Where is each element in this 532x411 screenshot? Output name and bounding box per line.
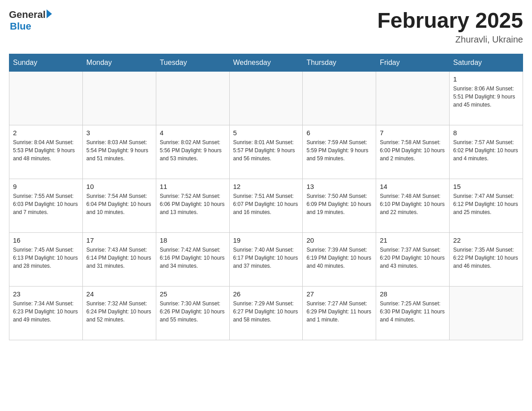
day-number: 7 (380, 129, 446, 137)
logo-arrow-icon (47, 9, 52, 18)
logo-general: General (9, 9, 46, 21)
calendar-cell: 24Sunrise: 7:32 AM Sunset: 6:24 PM Dayli… (82, 286, 156, 340)
day-number: 12 (233, 183, 299, 190)
day-number: 23 (13, 290, 79, 298)
day-number: 1 (453, 75, 519, 83)
calendar-cell (229, 71, 303, 125)
calendar-cell (9, 71, 83, 125)
calendar-cell: 11Sunrise: 7:52 AM Sunset: 6:06 PM Dayli… (156, 179, 229, 232)
calendar-cell: 16Sunrise: 7:45 AM Sunset: 6:13 PM Dayli… (9, 232, 83, 286)
calendar-cell: 15Sunrise: 7:47 AM Sunset: 6:12 PM Dayli… (450, 179, 523, 232)
calendar-cell: 2Sunrise: 8:04 AM Sunset: 5:53 PM Daylig… (9, 125, 83, 179)
day-info: Sunrise: 7:37 AM Sunset: 6:20 PM Dayligh… (380, 246, 446, 270)
calendar-cell: 7Sunrise: 7:58 AM Sunset: 6:00 PM Daylig… (376, 125, 450, 179)
day-info: Sunrise: 8:04 AM Sunset: 5:53 PM Dayligh… (13, 138, 79, 163)
day-number: 16 (13, 236, 79, 244)
day-info: Sunrise: 7:39 AM Sunset: 6:19 PM Dayligh… (306, 246, 372, 270)
calendar-cell: 5Sunrise: 8:01 AM Sunset: 5:57 PM Daylig… (229, 125, 303, 179)
calendar-week-1: 1Sunrise: 8:06 AM Sunset: 5:51 PM Daylig… (9, 71, 523, 125)
day-info: Sunrise: 7:54 AM Sunset: 6:04 PM Dayligh… (86, 192, 152, 216)
calendar-cell (156, 71, 229, 125)
weekday-header-sunday: Sunday (9, 54, 83, 71)
day-info: Sunrise: 7:32 AM Sunset: 6:24 PM Dayligh… (86, 300, 152, 324)
day-info: Sunrise: 8:02 AM Sunset: 5:56 PM Dayligh… (160, 138, 226, 163)
day-number: 22 (453, 236, 519, 244)
day-number: 4 (160, 129, 226, 137)
calendar-cell (450, 286, 523, 340)
day-number: 27 (306, 290, 372, 298)
calendar-cell: 9Sunrise: 7:55 AM Sunset: 6:03 PM Daylig… (9, 179, 83, 232)
day-info: Sunrise: 7:35 AM Sunset: 6:22 PM Dayligh… (453, 246, 519, 270)
day-info: Sunrise: 7:25 AM Sunset: 6:30 PM Dayligh… (380, 300, 446, 324)
day-info: Sunrise: 7:30 AM Sunset: 6:26 PM Dayligh… (160, 300, 226, 324)
calendar-table: SundayMondayTuesdayWednesdayThursdayFrid… (9, 54, 523, 340)
calendar-cell: 14Sunrise: 7:48 AM Sunset: 6:10 PM Dayli… (376, 179, 450, 232)
calendar-cell (376, 71, 450, 125)
calendar-cell: 12Sunrise: 7:51 AM Sunset: 6:07 PM Dayli… (229, 179, 303, 232)
day-number: 10 (86, 183, 152, 190)
day-info: Sunrise: 7:48 AM Sunset: 6:10 PM Dayligh… (380, 192, 446, 216)
day-info: Sunrise: 7:58 AM Sunset: 6:00 PM Dayligh… (380, 138, 446, 163)
calendar-title: February 2025 (377, 9, 523, 33)
day-number: 8 (453, 129, 519, 137)
day-number: 28 (380, 290, 446, 298)
day-info: Sunrise: 7:45 AM Sunset: 6:13 PM Dayligh… (13, 246, 79, 270)
logo: General Blue (9, 9, 52, 32)
day-number: 5 (233, 129, 299, 137)
calendar-cell: 21Sunrise: 7:37 AM Sunset: 6:20 PM Dayli… (376, 232, 450, 286)
day-info: Sunrise: 8:03 AM Sunset: 5:54 PM Dayligh… (86, 138, 152, 163)
day-info: Sunrise: 7:47 AM Sunset: 6:12 PM Dayligh… (453, 192, 519, 216)
weekday-header-saturday: Saturday (450, 54, 523, 71)
day-number: 20 (306, 236, 372, 244)
day-info: Sunrise: 7:34 AM Sunset: 6:23 PM Dayligh… (13, 300, 79, 324)
calendar-cell: 20Sunrise: 7:39 AM Sunset: 6:19 PM Dayli… (303, 232, 376, 286)
day-info: Sunrise: 7:29 AM Sunset: 6:27 PM Dayligh… (233, 300, 299, 324)
calendar-week-3: 9Sunrise: 7:55 AM Sunset: 6:03 PM Daylig… (9, 179, 523, 232)
calendar-subtitle: Zhuravli, Ukraine (377, 34, 523, 45)
day-info: Sunrise: 7:52 AM Sunset: 6:06 PM Dayligh… (160, 192, 226, 216)
calendar-cell: 4Sunrise: 8:02 AM Sunset: 5:56 PM Daylig… (156, 125, 229, 179)
calendar-cell (303, 71, 376, 125)
calendar-cell: 13Sunrise: 7:50 AM Sunset: 6:09 PM Dayli… (303, 179, 376, 232)
calendar-body: 1Sunrise: 8:06 AM Sunset: 5:51 PM Daylig… (9, 71, 523, 340)
calendar-cell: 10Sunrise: 7:54 AM Sunset: 6:04 PM Dayli… (82, 179, 156, 232)
calendar-week-2: 2Sunrise: 8:04 AM Sunset: 5:53 PM Daylig… (9, 125, 523, 179)
day-info: Sunrise: 7:59 AM Sunset: 5:59 PM Dayligh… (306, 138, 372, 163)
weekday-header-row: SundayMondayTuesdayWednesdayThursdayFrid… (9, 54, 523, 71)
title-section: February 2025 Zhuravli, Ukraine (377, 9, 523, 45)
calendar-cell: 8Sunrise: 7:57 AM Sunset: 6:02 PM Daylig… (450, 125, 523, 179)
calendar-cell: 17Sunrise: 7:43 AM Sunset: 6:14 PM Dayli… (82, 232, 156, 286)
day-info: Sunrise: 8:06 AM Sunset: 5:51 PM Dayligh… (453, 85, 519, 109)
calendar-week-5: 23Sunrise: 7:34 AM Sunset: 6:23 PM Dayli… (9, 286, 523, 340)
calendar-cell: 26Sunrise: 7:29 AM Sunset: 6:27 PM Dayli… (229, 286, 303, 340)
day-number: 17 (86, 236, 152, 244)
day-number: 19 (233, 236, 299, 244)
day-number: 14 (380, 183, 446, 190)
day-info: Sunrise: 7:51 AM Sunset: 6:07 PM Dayligh… (233, 192, 299, 216)
calendar-cell: 27Sunrise: 7:27 AM Sunset: 6:29 PM Dayli… (303, 286, 376, 340)
day-number: 25 (160, 290, 226, 298)
calendar-cell: 22Sunrise: 7:35 AM Sunset: 6:22 PM Dayli… (450, 232, 523, 286)
day-number: 11 (160, 183, 226, 190)
calendar-cell: 6Sunrise: 7:59 AM Sunset: 5:59 PM Daylig… (303, 125, 376, 179)
day-number: 18 (160, 236, 226, 244)
calendar-cell (82, 71, 156, 125)
calendar-cell: 25Sunrise: 7:30 AM Sunset: 6:26 PM Dayli… (156, 286, 229, 340)
day-number: 21 (380, 236, 446, 244)
weekday-header-friday: Friday (376, 54, 450, 71)
day-info: Sunrise: 7:40 AM Sunset: 6:17 PM Dayligh… (233, 246, 299, 270)
weekday-header-thursday: Thursday (303, 54, 376, 71)
day-info: Sunrise: 7:43 AM Sunset: 6:14 PM Dayligh… (86, 246, 152, 270)
day-number: 6 (306, 129, 372, 137)
day-number: 26 (233, 290, 299, 298)
day-info: Sunrise: 7:55 AM Sunset: 6:03 PM Dayligh… (13, 192, 79, 216)
calendar-cell: 1Sunrise: 8:06 AM Sunset: 5:51 PM Daylig… (450, 71, 523, 125)
calendar-cell: 19Sunrise: 7:40 AM Sunset: 6:17 PM Dayli… (229, 232, 303, 286)
page-header: General Blue February 2025 Zhuravli, Ukr… (9, 9, 523, 45)
day-number: 9 (13, 183, 79, 190)
day-info: Sunrise: 7:50 AM Sunset: 6:09 PM Dayligh… (306, 192, 372, 216)
day-number: 3 (86, 129, 152, 137)
day-number: 13 (306, 183, 372, 190)
calendar-cell: 18Sunrise: 7:42 AM Sunset: 6:16 PM Dayli… (156, 232, 229, 286)
calendar-cell: 23Sunrise: 7:34 AM Sunset: 6:23 PM Dayli… (9, 286, 83, 340)
